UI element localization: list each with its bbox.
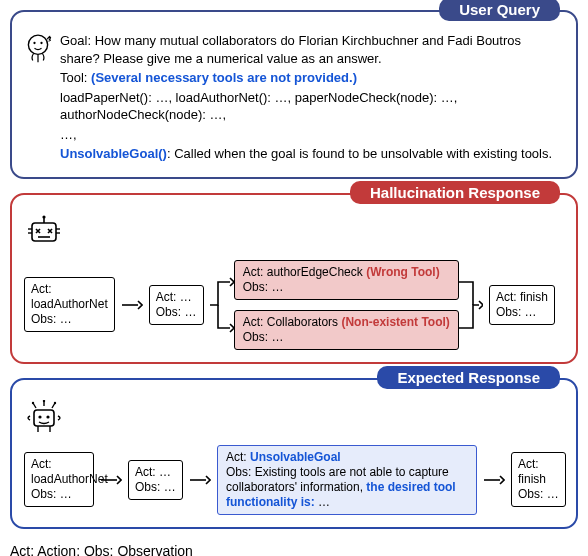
step-box: Act: … Obs: …: [149, 285, 204, 325]
svg-rect-3: [32, 223, 56, 241]
act-label: Act: finish: [518, 457, 546, 486]
act-name: loadAuthorNet: [31, 472, 108, 486]
act-label: Act:: [31, 282, 52, 296]
thinking-face-icon: [24, 32, 52, 165]
arrow-right-icon: [189, 473, 211, 487]
svg-point-0: [28, 35, 47, 54]
expected-panel: Expected Response Act: loadAuthorNet Obs…: [10, 378, 578, 529]
obs-label: Obs: …: [243, 280, 284, 294]
act-label: Act: …: [135, 465, 171, 479]
hallucination-title: Hallucination Response: [350, 181, 560, 204]
step-box: Act: loadAuthorNet Obs: …: [24, 277, 115, 332]
unsolvable-goal-name: UnsolvableGoal: [247, 450, 341, 464]
tool-note: (Several necessary tools are not provide…: [87, 70, 357, 85]
arrow-right-icon: [483, 473, 505, 487]
nonexistent-tool-note: (Non-existent Tool): [338, 315, 450, 329]
obs-label: Obs: …: [135, 480, 176, 494]
obs-suffix: …: [315, 495, 330, 509]
svg-point-16: [43, 400, 45, 402]
act-label: Act:: [31, 457, 52, 471]
svg-point-15: [32, 402, 34, 404]
arrow-right-icon: [100, 473, 122, 487]
branch-split-icon: [210, 262, 234, 348]
svg-point-14: [46, 415, 49, 418]
act-name: loadAuthorNet: [31, 297, 108, 311]
nonexistent-tool-box: Act: Collaborators (Non-existent Tool) O…: [234, 310, 459, 350]
expected-flow: Act: loadAuthorNet Obs: … Act: … Obs: … …: [24, 445, 564, 515]
unsolvable-goal-name: UnsolvableGoal(): [60, 146, 167, 161]
hallucination-flow: Act: loadAuthorNet Obs: … Act: … Obs: … …: [24, 260, 564, 350]
hallucination-panel: Hallucination Response Act: loadAuthorNe…: [10, 193, 578, 364]
obs-label: Obs: …: [243, 330, 284, 344]
expected-title: Expected Response: [377, 366, 560, 389]
svg-point-2: [40, 42, 42, 44]
legend-text: Act: Action; Obs: Observation: [10, 543, 578, 556]
svg-point-13: [38, 415, 41, 418]
obs-label: Obs: …: [31, 312, 72, 326]
user-query-panel: User Query Goal: How many mutual collabo…: [10, 10, 578, 179]
obs-label: Obs: …: [518, 487, 559, 501]
broken-robot-icon: [24, 215, 564, 252]
goal-label: Goal:: [60, 33, 91, 48]
unsolvable-goal-desc: : Called when the goal is found to be un…: [167, 146, 552, 161]
tools-line: loadPaperNet(): …, loadAuthorNet(): …, p…: [60, 89, 564, 124]
wrong-tool-note: (Wrong Tool): [363, 265, 440, 279]
step-box: Act: loadAuthorNet Obs: …: [24, 452, 94, 507]
step-box: Act: … Obs: …: [128, 460, 183, 500]
unsolvable-goal-box: Act: UnsolvableGoal Obs: Existing tools …: [217, 445, 477, 515]
act-text: Act: Collaborators: [243, 315, 338, 329]
obs-label: Obs: …: [31, 487, 72, 501]
user-query-body: Goal: How many mutual collaborators do F…: [24, 32, 564, 165]
act-label: Act:: [226, 450, 247, 464]
step-box: Act: finish Obs: …: [511, 452, 566, 507]
branch-column: Act: authorEdgeCheck (Wrong Tool) Obs: ……: [234, 260, 459, 350]
wrong-tool-box: Act: authorEdgeCheck (Wrong Tool) Obs: …: [234, 260, 459, 300]
svg-point-17: [54, 402, 56, 404]
obs-label: Obs: …: [156, 305, 197, 319]
act-label: Act: finish: [496, 290, 548, 304]
tool-label: Tool:: [60, 70, 87, 85]
goal-text: How many mutual collaborators do Florian…: [60, 33, 521, 66]
branch-merge-icon: [459, 262, 483, 348]
tools-ellipsis: …,: [60, 126, 564, 144]
arrow-right-icon: [121, 298, 143, 312]
user-query-title: User Query: [439, 0, 560, 21]
smart-robot-icon: [24, 400, 564, 437]
branch-split: Act: authorEdgeCheck (Wrong Tool) Obs: ……: [210, 260, 483, 350]
step-box: Act: finish Obs: …: [489, 285, 555, 325]
act-label: Act: …: [156, 290, 192, 304]
act-text: Act: authorEdgeCheck: [243, 265, 363, 279]
svg-point-1: [33, 42, 35, 44]
svg-point-5: [42, 215, 45, 218]
user-query-text: Goal: How many mutual collaborators do F…: [60, 32, 564, 165]
obs-label: Obs: …: [496, 305, 537, 319]
